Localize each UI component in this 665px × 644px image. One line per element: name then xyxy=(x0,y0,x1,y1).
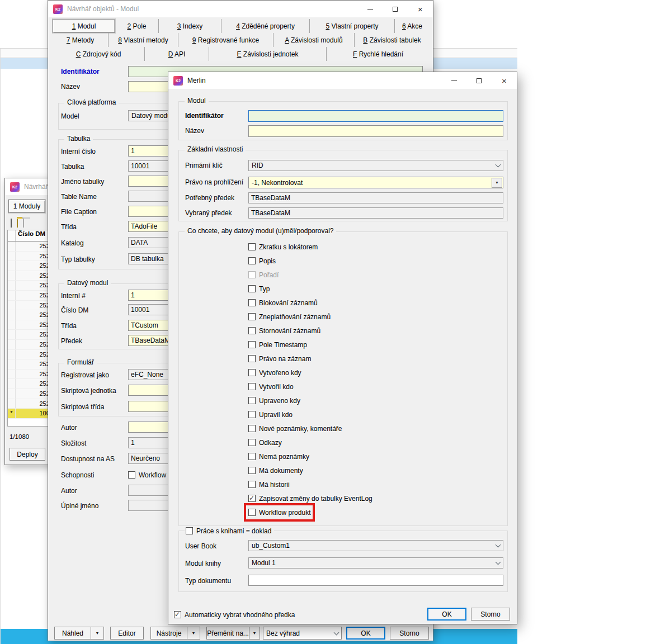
minimize-button[interactable] xyxy=(441,72,466,89)
workflow-capability-checkbox[interactable]: Workflow p xyxy=(128,470,172,480)
tab-metody[interactable]: 7 Metody xyxy=(53,33,109,47)
checkbox-vytvoreno-kdy[interactable]: Vytvořeno kdy xyxy=(248,368,301,377)
maximize-icon xyxy=(393,7,398,12)
jmeno-tabulky-label: Jméno tabulky xyxy=(61,178,104,186)
minimize-button[interactable] xyxy=(357,1,383,17)
checkbox-prace-s-knihami[interactable]: Práce s knihami = doklad xyxy=(186,526,271,536)
checkbox-upraveno-kdy[interactable]: Upraveno kdy xyxy=(248,396,300,405)
checkbox-popis[interactable]: Popis xyxy=(248,256,276,266)
checkbox-icon xyxy=(248,481,256,488)
nazev-label: Název xyxy=(61,83,80,91)
checkbox-pravo-na-zaznam[interactable]: Právo na záznam xyxy=(248,354,311,363)
nastroje-button[interactable]: Nástroje xyxy=(150,627,187,640)
checkbox-typ[interactable]: Typ xyxy=(248,284,270,293)
modul-knihy-combo[interactable]: Modul 1 xyxy=(248,557,503,569)
checkbox-pole-timestamp[interactable]: Pole Timestamp xyxy=(248,340,307,349)
typ-tabulky-label: Typ tabulky xyxy=(61,255,95,263)
chevron-down-icon xyxy=(334,629,339,635)
checkbox-blokovani-zaznamu[interactable]: Blokování záznamů xyxy=(248,298,318,307)
chevron-down-icon xyxy=(496,542,501,548)
k2-logo-icon: K2 xyxy=(10,182,20,192)
checkbox-icon xyxy=(248,299,256,306)
tab-zavislosti-jednotek[interactable]: E Závislosti jednotek xyxy=(209,47,327,61)
checkbox-workflow-produkt[interactable]: Workflow produkt xyxy=(248,508,310,517)
maximize-button[interactable] xyxy=(383,1,408,17)
merlin-ok-button[interactable]: OK xyxy=(427,608,466,621)
vybrany-predek-label: Vybraný předek xyxy=(185,209,232,217)
premenit-dropdown-button[interactable]: ▼ xyxy=(249,627,260,640)
auto-vybrat-predka-checkbox[interactable]: Automaticky vybrat vhodného předka xyxy=(174,610,295,619)
premenit-button[interactable]: Přeměnit na... xyxy=(206,627,249,640)
schopnosti-label: Schopnosti xyxy=(61,471,94,479)
checkbox-icon xyxy=(248,327,256,334)
checkbox-zneplatnovani-zaznamu[interactable]: Zneplatňování záznamů xyxy=(248,312,331,321)
checkbox-upravil-kdo[interactable]: Upravil kdo xyxy=(248,410,293,419)
tab-row-1: 1 Modul 2 Pole 3 Indexy 4 Zděděné proper… xyxy=(53,19,430,33)
nahled-button[interactable]: Náhled xyxy=(54,627,91,640)
checkbox-odkazy[interactable]: Odkazy xyxy=(248,438,282,447)
open-button[interactable] xyxy=(17,219,18,227)
deploy-button[interactable]: Deploy xyxy=(10,448,45,461)
checkbox-icon xyxy=(248,313,256,320)
tab-zavislosti-modulu[interactable]: A Závislosti modulů xyxy=(273,33,355,47)
checkbox-nove-poznamky[interactable]: Nové poznámky, komentáře xyxy=(248,424,342,433)
tab-row-2: 7 Metody 8 Vlastní metody 9 Registrované… xyxy=(53,33,430,47)
tab-indexy[interactable]: 3 Indexy xyxy=(159,19,221,33)
checkbox-nema-poznamky[interactable]: Nemá poznámky xyxy=(248,452,309,461)
tab-registrovane-funkce[interactable]: 9 Registrované funkce xyxy=(178,33,273,47)
checkbox-ma-historii[interactable]: Má historii xyxy=(248,480,290,489)
tab-vlastni-metody[interactable]: 8 Vlastní metody xyxy=(109,33,178,47)
tab-zdrojovy-kod[interactable]: C Zdrojový kód xyxy=(53,47,145,61)
user-book-combo[interactable]: ub_Custom1 xyxy=(248,540,503,551)
tab-api[interactable]: D API xyxy=(145,47,209,61)
tab-akce[interactable]: 6 Akce xyxy=(395,19,430,33)
nahled-dropdown-button[interactable]: ▼ xyxy=(91,627,104,640)
checkbox-icon xyxy=(248,369,256,376)
checkbox-icon xyxy=(248,285,256,292)
tab-rychle-hledani[interactable]: F Rychlé hledání xyxy=(327,47,430,61)
checkbox-zapisovat-zmeny-eventlog[interactable]: Zapisovat změny do tabulky EventLog xyxy=(248,494,372,503)
checkbox-stornovani-zaznamu[interactable]: Stornování záznamů xyxy=(248,326,320,335)
cislo-dm-label: Číslo DM xyxy=(61,306,88,314)
tab-moduly[interactable]: 1 Moduly xyxy=(8,200,45,213)
storno-button[interactable]: Storno xyxy=(390,627,429,640)
potrebny-predek-field[interactable] xyxy=(248,192,503,203)
vybrany-predek-field[interactable] xyxy=(248,207,503,219)
checkbox-icon xyxy=(248,467,256,474)
row-marker: * xyxy=(8,409,16,418)
checkbox-vytvoril-kdo[interactable]: Vytvořil kdo xyxy=(248,382,294,391)
tab-vlastni-property[interactable]: 5 Vlastní property xyxy=(310,19,395,33)
trida-label: Třída xyxy=(61,223,77,231)
delete-button[interactable] xyxy=(23,219,24,227)
merlin-storno-button[interactable]: Storno xyxy=(471,608,510,621)
tab-zavislosti-tabulek[interactable]: B Závislosti tabulek xyxy=(355,33,430,47)
dropdown-arrow-button[interactable]: ▼ xyxy=(492,178,502,188)
checkbox-ma-dokumenty[interactable]: Má dokumenty xyxy=(248,466,303,475)
nastroje-dropdown-button[interactable]: ▼ xyxy=(187,627,200,640)
checkbox-icon xyxy=(248,341,256,348)
checkbox-icon xyxy=(248,425,256,432)
tab-modul[interactable]: 1 Modul xyxy=(53,19,115,33)
editor-button[interactable]: Editor xyxy=(110,627,144,640)
ok-button[interactable]: OK xyxy=(346,627,385,640)
close-button[interactable]: × xyxy=(408,1,433,17)
checkbox-zkratku-s-lokatorem[interactable]: Zkratku s lokátorem xyxy=(248,242,318,252)
merlin-title: Merlin xyxy=(187,77,206,84)
open-folder-icon xyxy=(17,219,18,228)
pravo-combo[interactable]: -1, Nekontrolovat▼ xyxy=(248,177,503,188)
checkbox-icon xyxy=(186,527,193,534)
tab-zdedene-property[interactable]: 4 Zděděné property xyxy=(221,19,310,33)
merlin-nazev-field[interactable] xyxy=(248,125,503,137)
typ-dokumentu-field[interactable] xyxy=(248,575,503,586)
tab-row-3: C Zdrojový kód D API E Závislosti jednot… xyxy=(53,47,430,61)
k2-logo-icon: K2 xyxy=(173,76,183,86)
checkbox-icon xyxy=(248,439,256,446)
chevron-down-icon xyxy=(496,162,501,168)
primarni-klic-combo[interactable]: RID xyxy=(248,160,503,171)
close-button[interactable]: × xyxy=(492,72,517,89)
maximize-button[interactable] xyxy=(466,72,492,89)
tab-pole[interactable]: 2 Pole xyxy=(115,19,159,33)
vyhrady-combo[interactable]: Bez výhrad xyxy=(263,627,342,640)
new-button[interactable] xyxy=(11,219,12,227)
merlin-identifikator-field[interactable] xyxy=(248,110,503,122)
